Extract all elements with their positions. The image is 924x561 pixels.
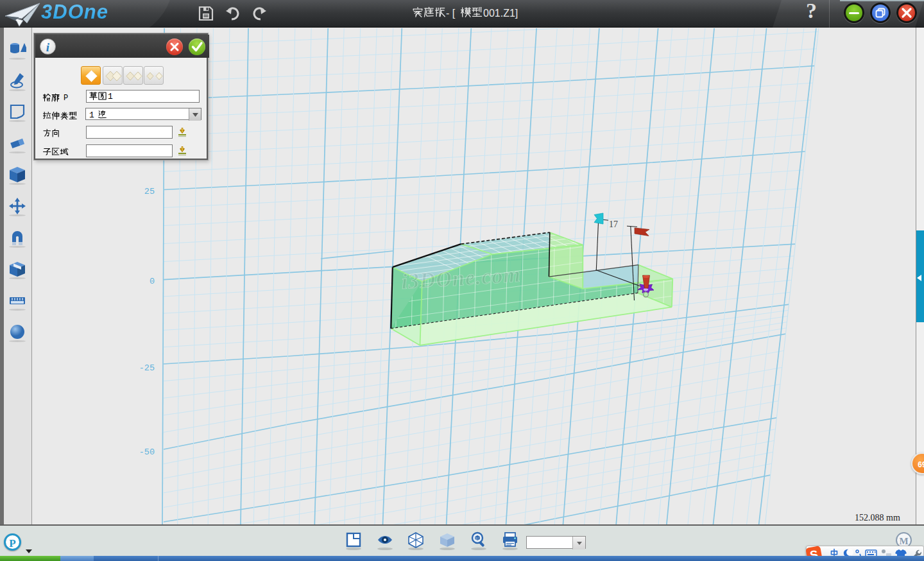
svg-text:1: 1 [89,110,94,120]
svg-text:-25: -25 [139,363,155,373]
svg-text:152.088 mm: 152.088 mm [855,513,900,522]
svg-text:1: 1 [108,92,113,101]
svg-text:001.Z1]: 001.Z1] [483,8,518,19]
svg-text:0: 0 [150,277,155,286]
svg-text:-50: -50 [139,447,155,457]
svg-text:P: P [64,94,68,103]
svg-text:17: 17 [609,220,618,229]
svg-text:- [: - [ [446,8,456,19]
svg-text:25: 25 [144,187,155,196]
